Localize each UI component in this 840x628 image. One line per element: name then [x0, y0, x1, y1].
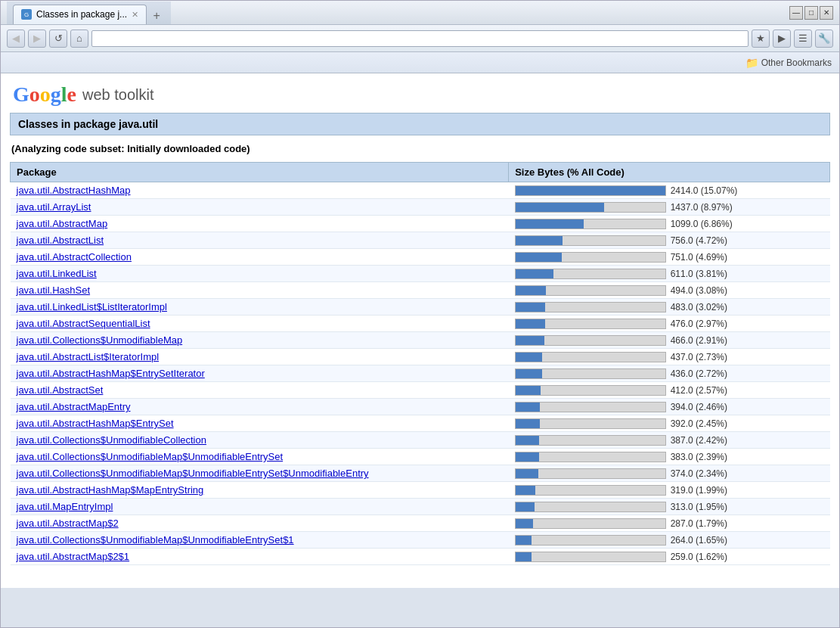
home-button[interactable]: ⌂ — [70, 30, 88, 48]
new-tab-button[interactable]: + — [148, 8, 165, 24]
package-cell: java.util.AbstractCollection — [11, 249, 509, 266]
package-cell: java.util.Collections$UnmodifiableCollec… — [11, 432, 509, 449]
table-row: java.util.LinkedList$ListIteratorImpl483… — [11, 299, 830, 316]
bar-fill — [516, 186, 665, 195]
package-link[interactable]: java.util.HashSet — [17, 284, 91, 296]
bar-text: 264.0 (1.65%) — [671, 535, 727, 546]
extensions-button[interactable]: ▶ — [773, 30, 791, 48]
bar-text: 374.0 (2.34%) — [671, 468, 727, 479]
col-size-header: Size Bytes (% All Code) — [509, 163, 830, 182]
package-link[interactable]: java.util.AbstractSequentialList — [17, 318, 150, 329]
package-link[interactable]: java.util.AbstractHashMap$EntrySetIterat… — [17, 368, 205, 379]
bar-text: 2414.0 (15.07%) — [671, 185, 738, 196]
bookmarks-bar-label[interactable]: Other Bookmarks — [761, 58, 832, 68]
package-cell: java.util.Collections$UnmodifiableMap$Un… — [11, 465, 509, 482]
tab-close-button[interactable]: ✕ — [132, 10, 138, 20]
bar-container — [515, 252, 666, 263]
package-link[interactable]: java.util.LinkedList$ListIteratorImpl — [17, 301, 167, 312]
bookmark-folder-icon: 📁 — [745, 57, 758, 69]
bar-fill — [516, 419, 540, 428]
package-cell: java.util.Collections$UnmodifiableMap — [11, 332, 509, 349]
settings-button[interactable]: 🔧 — [815, 30, 833, 48]
bar-fill — [516, 353, 543, 362]
bar-cell: 466.0 (2.91%) — [515, 335, 824, 346]
package-cell: java.util.AbstractHashMap — [11, 182, 509, 199]
page-header-text: Classes in package java.util — [18, 118, 158, 130]
package-link[interactable]: java.util.AbstractCollection — [17, 251, 132, 263]
size-cell: 259.0 (1.62%) — [509, 549, 830, 565]
bar-fill — [516, 236, 563, 245]
bar-container — [515, 302, 666, 312]
bar-text: 494.0 (3.08%) — [671, 285, 727, 296]
bar-container — [515, 485, 666, 496]
bar-container — [515, 385, 666, 396]
logo-google: Google — [13, 82, 76, 107]
bar-fill — [516, 536, 532, 545]
bar-container — [515, 202, 666, 213]
bar-text: 394.0 (2.46%) — [671, 402, 727, 412]
package-link[interactable]: java.util.AbstractMap$2$1 — [17, 551, 130, 562]
package-cell: java.util.AbstractHashMap$EntrySet — [11, 415, 509, 432]
bar-container — [515, 219, 666, 229]
bar-cell: 319.0 (1.99%) — [515, 485, 824, 496]
bar-cell: 392.0 (2.45%) — [515, 418, 824, 429]
size-cell: 466.0 (2.91%) — [509, 332, 830, 349]
bar-fill — [516, 319, 545, 328]
bar-text: 751.0 (4.69%) — [671, 252, 727, 263]
bar-container — [515, 502, 666, 512]
menu-button[interactable]: ☰ — [794, 30, 812, 48]
package-link[interactable]: java.util.Collections$UnmodifiableMap$Un… — [17, 468, 369, 479]
bar-cell: 374.0 (2.34%) — [515, 468, 824, 479]
package-link[interactable]: java.util.AbstractMap — [17, 218, 108, 229]
bar-cell: 1437.0 (8.97%) — [515, 202, 824, 213]
bookmark-button[interactable]: ★ — [752, 30, 770, 48]
package-link[interactable]: java.util.AbstractMap$2 — [17, 518, 119, 529]
bar-text: 412.0 (2.57%) — [671, 385, 727, 396]
size-cell: 436.0 (2.72%) — [509, 365, 830, 382]
address-bar[interactable] — [91, 30, 749, 47]
table-row: java.util.AbstractSet412.0 (2.57%) — [11, 382, 830, 399]
close-button[interactable]: ✕ — [820, 6, 833, 20]
bar-container — [515, 185, 666, 196]
bar-cell: 2414.0 (15.07%) — [515, 185, 824, 196]
package-link[interactable]: java.util.AbstractHashMap — [17, 185, 131, 196]
table-row: java.util.HashSet494.0 (3.08%) — [11, 282, 830, 299]
bar-container — [515, 269, 666, 279]
size-cell: 313.0 (1.95%) — [509, 499, 830, 515]
bar-text: 383.0 (2.39%) — [671, 452, 727, 462]
bar-cell: 259.0 (1.62%) — [515, 552, 824, 562]
maximize-button[interactable]: □ — [804, 6, 818, 20]
table-row: java.util.AbstractHashMap$EntrySet392.0 … — [11, 415, 830, 432]
package-link[interactable]: java.util.Collections$UnmodifiableMap$Un… — [17, 451, 284, 462]
package-link[interactable]: java.util.AbstractHashMap$EntrySet — [17, 418, 174, 429]
browser-tab-active[interactable]: G Classes in package j... ✕ — [13, 5, 147, 24]
bar-container — [515, 352, 666, 362]
bar-container — [515, 518, 666, 529]
table-row: java.util.AbstractMap$2287.0 (1.79%) — [11, 515, 830, 532]
package-link[interactable]: java.util.AbstractList$IteratorImpl — [17, 351, 160, 362]
package-link[interactable]: java.util.LinkedList — [17, 268, 97, 279]
bar-cell: 436.0 (2.72%) — [515, 368, 824, 379]
package-link[interactable]: java.util.AbstractList — [17, 235, 104, 246]
bar-container — [515, 552, 666, 562]
package-link[interactable]: java.util.AbstractSet — [17, 384, 104, 396]
package-link[interactable]: java.util.Collections$UnmodifiableMap — [17, 334, 183, 346]
back-button[interactable]: ◀ — [7, 30, 25, 48]
package-link[interactable]: java.util.MapEntryImpl — [17, 501, 113, 512]
package-link[interactable]: java.util.ArrayList — [17, 201, 91, 213]
table-row: java.util.AbstractMap$2$1259.0 (1.62%) — [11, 549, 830, 565]
page-header: Classes in package java.util — [10, 113, 830, 135]
forward-button[interactable]: ▶ — [28, 30, 46, 48]
size-cell: 264.0 (1.65%) — [509, 532, 830, 549]
package-link[interactable]: java.util.Collections$UnmodifiableCollec… — [17, 434, 206, 446]
package-link[interactable]: java.util.AbstractMapEntry — [17, 401, 131, 412]
reload-button[interactable]: ↺ — [49, 30, 67, 48]
bar-fill — [516, 203, 605, 212]
package-cell: java.util.LinkedList$ListIteratorImpl — [11, 299, 509, 316]
bar-fill — [516, 269, 553, 278]
gwt-logo: Google web toolkit — [1, 73, 839, 113]
minimize-button[interactable]: — — [789, 6, 803, 20]
package-link[interactable]: java.util.AbstractHashMap$MapEntryString — [17, 484, 204, 496]
bar-container — [515, 402, 666, 412]
package-link[interactable]: java.util.Collections$UnmodifiableMap$Un… — [17, 534, 294, 546]
